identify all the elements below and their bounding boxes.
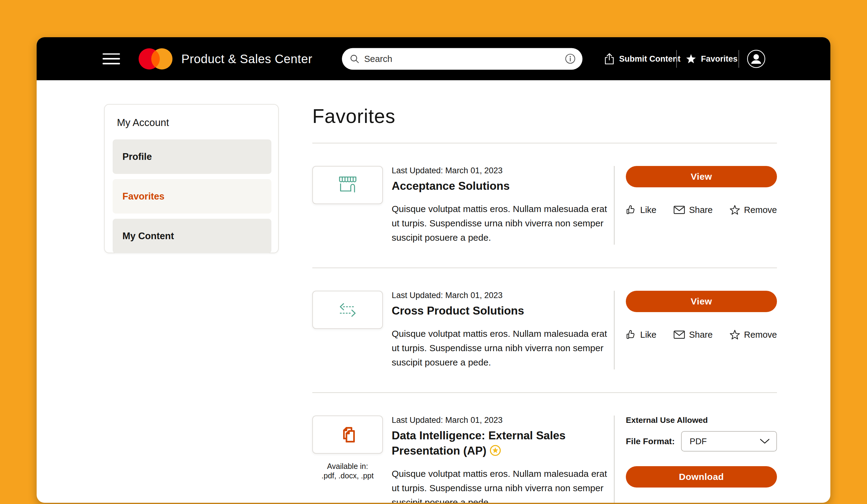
user-avatar-icon (747, 50, 766, 68)
item-title: Acceptance Solutions (392, 178, 613, 194)
share-label: Share (689, 330, 713, 340)
hamburger-icon (103, 53, 120, 55)
envelope-icon (673, 330, 685, 339)
search-bar (342, 48, 582, 69)
file-format-select[interactable]: PDF (681, 431, 777, 451)
page-title: Favorites (312, 105, 777, 128)
app-window: Product & Sales Center Submit Co (36, 37, 831, 503)
favorite-item-data-intelligence: Available in: .pdf, .docx, .ppt Last Upd… (312, 393, 777, 503)
last-updated: Last Updated: March 01, 2023 (392, 416, 613, 425)
app-title: Product & Sales Center (181, 52, 312, 66)
share-button[interactable]: Share (673, 205, 713, 215)
item-icon-card (312, 416, 383, 454)
chevron-down-icon (760, 439, 770, 444)
search-input[interactable] (364, 54, 565, 64)
featured-badge-icon (489, 445, 501, 457)
remove-label: Remove (744, 330, 777, 340)
avatar-button[interactable] (747, 50, 766, 68)
header-divider (676, 50, 677, 68)
my-account-title: My Account (117, 117, 270, 129)
item-icon-card (312, 291, 383, 329)
item-description: Quisque volutpat mattis eros. Nullam mal… (392, 467, 613, 503)
hamburger-menu-button[interactable] (103, 53, 120, 64)
sidebar-item-label: Favorites (122, 191, 164, 202)
available-formats: .pdf, .docx, .ppt (312, 471, 383, 481)
header-favorites-label: Favorites (701, 54, 738, 64)
favorite-item-acceptance-solutions: Last Updated: March 01, 2023 Acceptance … (312, 143, 777, 268)
documents-icon (338, 425, 358, 445)
star-outline-icon (730, 330, 740, 340)
item-actions: External Use Allowed File Format: PDF Do… (614, 416, 777, 503)
like-button[interactable]: Like (626, 205, 656, 215)
header-divider (738, 50, 739, 68)
submit-content-button[interactable]: Submit Content (604, 53, 681, 65)
info-icon[interactable] (565, 53, 576, 64)
header-favorites-button[interactable]: Favorites (686, 54, 738, 64)
remove-button[interactable]: Remove (730, 205, 777, 215)
available-in-label: Available in: (312, 462, 383, 471)
item-title: Data Intelligence: External Sales Presen… (392, 428, 613, 459)
star-outline-icon (730, 205, 740, 215)
storefront-icon (336, 175, 360, 195)
item-actions: View Like (614, 291, 777, 370)
share-label: Share (689, 205, 713, 215)
remove-button[interactable]: Remove (730, 330, 777, 340)
last-updated: Last Updated: March 01, 2023 (392, 291, 613, 300)
item-description: Quisque volutpat mattis eros. Nullam mal… (392, 202, 613, 245)
remove-label: Remove (744, 205, 777, 215)
item-actions: View Like (614, 166, 777, 245)
sidebar-item-favorites[interactable]: Favorites (113, 179, 271, 213)
sidebar-item-my-content[interactable]: My Content (113, 219, 271, 253)
mastercard-logo (139, 48, 172, 69)
thumbs-up-icon (626, 329, 636, 340)
transfer-arrows-icon (336, 302, 360, 318)
favorites-main: Favorites (312, 105, 777, 503)
like-label: Like (640, 205, 656, 215)
external-use-label: External Use Allowed (626, 416, 777, 425)
envelope-icon (673, 205, 685, 215)
view-button[interactable]: View (626, 166, 777, 187)
submit-content-label: Submit Content (619, 54, 681, 64)
search-icon (350, 54, 359, 64)
item-title: Cross Product Solutions (392, 303, 613, 318)
last-updated: Last Updated: March 01, 2023 (392, 166, 613, 175)
sidebar-item-profile[interactable]: Profile (113, 140, 271, 174)
file-format-label: File Format: (626, 437, 675, 446)
file-format-value: PDF (689, 437, 707, 446)
thumbs-up-icon (626, 205, 636, 215)
item-icon-card (312, 166, 383, 204)
like-button[interactable]: Like (626, 329, 656, 340)
share-button[interactable]: Share (673, 330, 713, 340)
star-icon (686, 54, 696, 64)
view-button[interactable]: View (626, 291, 777, 312)
favorite-item-cross-product-solutions: Last Updated: March 01, 2023 Cross Produ… (312, 268, 777, 393)
download-button[interactable]: Download (626, 466, 777, 487)
upload-icon (604, 53, 614, 65)
like-label: Like (640, 330, 656, 340)
my-account-card: My Account Profile Favorites My Content (104, 104, 279, 253)
app-header: Product & Sales Center Submit Co (36, 37, 831, 80)
item-description: Quisque volutpat mattis eros. Nullam mal… (392, 327, 613, 370)
sidebar-item-label: My Content (122, 231, 174, 242)
sidebar-item-label: Profile (122, 151, 152, 162)
